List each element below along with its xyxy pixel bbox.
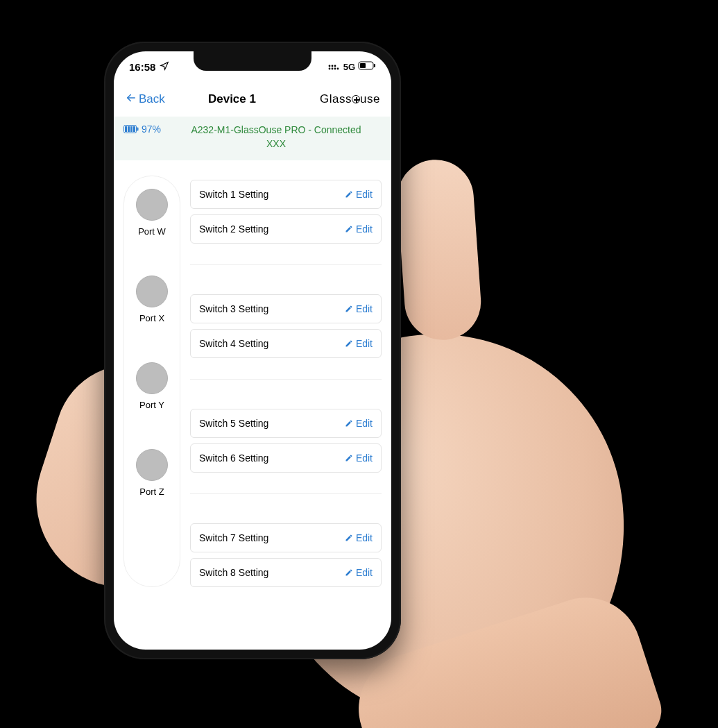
edit-label: Edit bbox=[356, 223, 373, 235]
svg-point-1 bbox=[331, 67, 333, 69]
switch-label: Switch 4 Setting bbox=[199, 338, 268, 349]
connection-banner: 97% A232-M1-GlassOuse PRO - Connected XX… bbox=[114, 117, 391, 160]
switch-row[interactable]: Switch 1 Setting Edit bbox=[190, 180, 382, 209]
pencil-icon bbox=[345, 534, 353, 542]
edit-button[interactable]: Edit bbox=[345, 452, 373, 464]
edit-label: Edit bbox=[356, 303, 373, 314]
phone-frame: 16:58 bbox=[104, 42, 401, 659]
edit-button[interactable]: Edit bbox=[345, 189, 373, 200]
edit-button[interactable]: Edit bbox=[345, 532, 373, 543]
port-circle-icon bbox=[136, 276, 168, 307]
edit-button[interactable]: Edit bbox=[345, 303, 373, 314]
svg-rect-14 bbox=[133, 126, 135, 132]
port-z[interactable]: Port Z bbox=[136, 449, 168, 497]
switch-label: Switch 8 Setting bbox=[199, 567, 268, 578]
svg-point-5 bbox=[334, 65, 336, 67]
edit-label: Edit bbox=[356, 338, 373, 349]
switch-label: Switch 2 Setting bbox=[199, 223, 268, 235]
switch-row[interactable]: Switch 5 Setting Edit bbox=[190, 409, 382, 438]
network-label: 5G bbox=[343, 62, 355, 72]
switch-label: Switch 3 Setting bbox=[199, 303, 268, 314]
port-circle-icon bbox=[136, 189, 168, 221]
device-battery-icon bbox=[123, 125, 139, 133]
svg-point-0 bbox=[328, 67, 330, 69]
svg-rect-11 bbox=[125, 126, 127, 132]
switch-group-z: Switch 7 Setting Edit Switch 8 Setting E… bbox=[190, 523, 382, 587]
port-column: Port W Port X Port Y Port Z bbox=[123, 176, 180, 587]
device-battery-pct: 97% bbox=[142, 124, 161, 135]
edit-button[interactable]: Edit bbox=[345, 223, 373, 235]
nav-bar: Back Device 1 Glassuse bbox=[114, 82, 391, 117]
port-label: Port W bbox=[138, 226, 166, 237]
pencil-icon bbox=[345, 190, 353, 198]
svg-rect-9 bbox=[374, 64, 375, 67]
port-label: Port Y bbox=[139, 400, 164, 410]
switch-label: Switch 7 Setting bbox=[199, 532, 268, 543]
port-circle-icon bbox=[136, 449, 168, 481]
brand-left: Glass bbox=[320, 92, 352, 105]
pencil-icon bbox=[345, 225, 353, 233]
page-title: Device 1 bbox=[144, 92, 320, 106]
svg-point-6 bbox=[336, 67, 339, 69]
switch-group-y: Switch 5 Setting Edit Switch 6 Setting E… bbox=[190, 409, 382, 494]
pencil-icon bbox=[345, 454, 353, 462]
switch-group-w: Switch 1 Setting Edit Switch 2 Setting E… bbox=[190, 180, 382, 265]
status-time: 16:58 bbox=[129, 61, 155, 73]
pencil-icon bbox=[345, 339, 353, 348]
switch-row[interactable]: Switch 6 Setting Edit bbox=[190, 443, 382, 473]
connection-string: A232-M1-GlassOuse PRO - Connected XXX bbox=[171, 124, 382, 151]
switch-label: Switch 6 Setting bbox=[199, 452, 268, 464]
location-icon bbox=[160, 61, 169, 73]
signal-icon bbox=[328, 62, 341, 72]
battery-icon bbox=[358, 61, 376, 72]
connection-line2: XXX bbox=[171, 137, 382, 151]
port-label: Port X bbox=[139, 313, 164, 323]
phone-screen: 16:58 bbox=[114, 51, 391, 650]
brand-logo: Glassuse bbox=[320, 92, 380, 106]
edit-label: Edit bbox=[356, 418, 373, 429]
switch-column: Switch 1 Setting Edit Switch 2 Setting E… bbox=[190, 176, 382, 587]
port-w[interactable]: Port W bbox=[136, 189, 168, 237]
edit-button[interactable]: Edit bbox=[345, 338, 373, 349]
switch-row[interactable]: Switch 7 Setting Edit bbox=[190, 523, 382, 552]
brand-right: use bbox=[360, 92, 380, 105]
port-x[interactable]: Port X bbox=[136, 276, 168, 323]
switch-label: Switch 1 Setting bbox=[199, 189, 268, 200]
svg-point-3 bbox=[331, 65, 333, 67]
device-battery: 97% bbox=[123, 124, 161, 151]
svg-point-4 bbox=[334, 67, 336, 69]
edit-label: Edit bbox=[356, 189, 373, 200]
svg-rect-13 bbox=[130, 126, 133, 132]
edit-label: Edit bbox=[356, 567, 373, 578]
pencil-icon bbox=[345, 419, 353, 428]
brand-o-icon bbox=[352, 95, 360, 103]
back-arrow-icon bbox=[125, 92, 137, 108]
connection-line1: A232-M1-GlassOuse PRO - Connected bbox=[171, 124, 382, 137]
phone-notch bbox=[194, 51, 311, 71]
svg-rect-15 bbox=[137, 128, 139, 131]
content-area: Port W Port X Port Y Port Z bbox=[114, 160, 391, 601]
svg-rect-12 bbox=[128, 126, 130, 132]
port-circle-icon bbox=[136, 362, 168, 394]
port-label: Port Z bbox=[139, 486, 164, 497]
edit-label: Edit bbox=[356, 452, 373, 464]
pencil-icon bbox=[345, 568, 353, 577]
switch-row[interactable]: Switch 3 Setting Edit bbox=[190, 294, 382, 323]
switch-row[interactable]: Switch 4 Setting Edit bbox=[190, 329, 382, 358]
switch-label: Switch 5 Setting bbox=[199, 418, 268, 429]
edit-button[interactable]: Edit bbox=[345, 567, 373, 578]
edit-label: Edit bbox=[356, 532, 373, 543]
switch-row[interactable]: Switch 8 Setting Edit bbox=[190, 558, 382, 587]
svg-rect-8 bbox=[360, 63, 366, 68]
edit-button[interactable]: Edit bbox=[345, 418, 373, 429]
pencil-icon bbox=[345, 305, 353, 313]
switch-row[interactable]: Switch 2 Setting Edit bbox=[190, 214, 382, 244]
svg-point-2 bbox=[328, 65, 330, 67]
port-y[interactable]: Port Y bbox=[136, 362, 168, 410]
switch-group-x: Switch 3 Setting Edit Switch 4 Setting E… bbox=[190, 294, 382, 380]
